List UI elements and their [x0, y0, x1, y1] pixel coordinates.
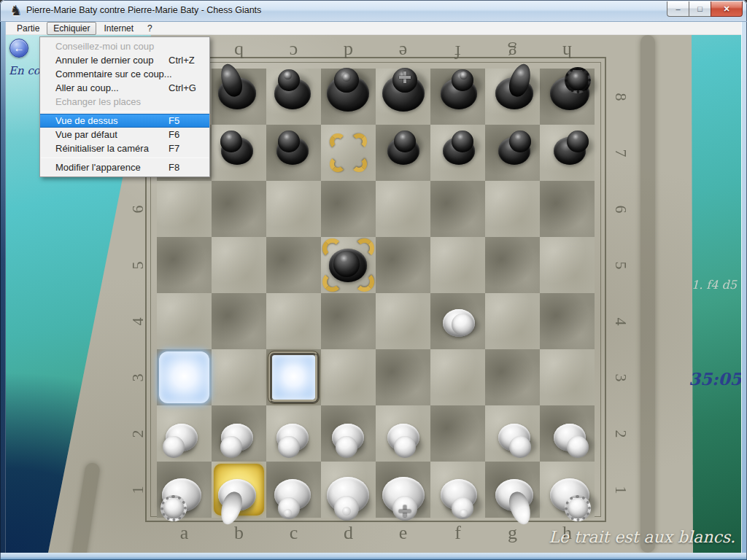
square-c4[interactable]	[266, 293, 321, 349]
menubar-item-?[interactable]: ?	[141, 22, 159, 35]
rank-label-left-1: 1	[128, 481, 147, 499]
move-list: 1. f4 d5	[692, 278, 737, 292]
square-b4[interactable]	[212, 293, 266, 349]
rank-label-right-6: 6	[611, 200, 630, 219]
square-d4[interactable]	[321, 293, 376, 349]
rank-label-right-2: 2	[611, 424, 630, 443]
pawn-head	[163, 436, 185, 458]
menu-item-r-initialiser-la-cam-ra[interactable]: Réinitialiser la caméraF7	[40, 141, 209, 155]
piece-white-pawn-a2[interactable]	[157, 405, 212, 462]
maximize-button[interactable]: □	[689, 1, 711, 17]
piece-white-pawn-f4[interactable]	[430, 293, 485, 349]
pawn-head	[333, 251, 360, 277]
menu-item-modifier-l-apparence[interactable]: Modifier l'apparenceF8	[40, 160, 209, 174]
menu-item-shortcut: Ctrl+G	[169, 81, 196, 95]
square-h3[interactable]	[540, 349, 595, 405]
echiquier-menu: Conseillez-moi un coupAnnuler le dernier…	[39, 36, 210, 177]
square-d7[interactable]	[321, 125, 376, 181]
piece-black-knight-g8[interactable]	[485, 69, 540, 125]
rank-label-right-8: 8	[611, 88, 630, 106]
rank-label-left-3: 3	[128, 368, 147, 387]
piece-white-queen-d1[interactable]	[321, 462, 376, 518]
piece-white-knight-b1[interactable]	[212, 462, 266, 518]
square-h6[interactable]	[540, 181, 595, 237]
piece-white-pawn-g2[interactable]	[485, 405, 540, 462]
square-h4[interactable]	[540, 293, 595, 349]
piece-black-bishop-f8[interactable]	[430, 69, 485, 125]
piece-black-pawn-f7[interactable]	[430, 125, 485, 181]
square-f3[interactable]	[430, 349, 485, 405]
pawn-head	[336, 436, 357, 458]
menu-item-label: Echanger les places	[55, 96, 141, 107]
menu-item-commentaire-sur-ce-coup[interactable]: Commentaire sur ce coup...	[40, 67, 209, 81]
piece-black-pawn-d5[interactable]	[321, 237, 376, 293]
close-button[interactable]: ✕	[711, 1, 743, 17]
menu-item-vue-par-d-faut[interactable]: Vue par défautF6	[40, 128, 209, 141]
piece-white-pawn-e2[interactable]	[376, 405, 430, 462]
piece-white-rook-h1[interactable]	[540, 462, 595, 518]
chess-giants-window: ♞ Pierre-Marie Baty contre Pierre-Marie …	[0, 0, 747, 560]
king-cross	[398, 71, 411, 84]
square-e6[interactable]	[376, 181, 430, 237]
square-a5[interactable]	[157, 237, 212, 293]
piece-black-rook-h8[interactable]	[540, 69, 595, 125]
minimize-button[interactable]: –	[667, 1, 689, 17]
square-b3[interactable]	[212, 349, 266, 405]
square-f2[interactable]	[430, 405, 485, 462]
menu-item-annuler-le-dernier-coup[interactable]: Annuler le dernier coupCtrl+Z	[40, 53, 209, 67]
piece-white-bishop-c1[interactable]	[266, 462, 321, 518]
square-g3[interactable]	[485, 349, 540, 405]
file-label-bottom-c: c	[266, 522, 321, 544]
piece-white-pawn-c2[interactable]	[266, 405, 321, 462]
menu-item-shortcut: F8	[169, 160, 179, 174]
table-groove-right	[640, 35, 655, 553]
piece-white-pawn-d2[interactable]	[321, 405, 376, 462]
square-a6[interactable]	[157, 181, 212, 237]
piece-white-pawn-b2[interactable]	[212, 405, 266, 462]
square-d6[interactable]	[321, 181, 376, 237]
menu-separator	[41, 158, 209, 158]
piece-black-pawn-b7[interactable]	[212, 125, 266, 181]
square-a4[interactable]	[157, 293, 212, 349]
square-f6[interactable]	[430, 181, 485, 237]
square-b5[interactable]	[212, 237, 266, 293]
piece-black-knight-b8[interactable]	[212, 69, 266, 125]
square-e3[interactable]	[376, 349, 430, 405]
piece-black-king-e8[interactable]	[376, 69, 430, 125]
square-b6[interactable]	[212, 181, 266, 237]
menubar-item-partie[interactable]: Partie	[10, 22, 46, 35]
piece-black-pawn-e7[interactable]	[376, 125, 430, 181]
bishop-tip	[284, 71, 292, 79]
square-h5[interactable]	[540, 237, 595, 293]
piece-white-knight-g1[interactable]	[485, 462, 540, 518]
square-g6[interactable]	[485, 181, 540, 237]
move-target-a3[interactable]	[159, 351, 209, 403]
piece-white-king-e1[interactable]	[376, 462, 430, 518]
file-label-top-g: g	[485, 41, 540, 63]
menubar-item-internet[interactable]: Internet	[97, 22, 140, 35]
square-e4[interactable]	[376, 293, 430, 349]
piece-black-pawn-g7[interactable]	[485, 125, 540, 181]
menu-item-vue-de-dessus[interactable]: Vue de dessusF5	[40, 114, 209, 128]
piece-white-bishop-f1[interactable]	[430, 462, 485, 518]
piece-white-pawn-h2[interactable]	[540, 405, 595, 462]
title-bar[interactable]: ♞ Pierre-Marie Baty contre Pierre-Marie …	[0, 0, 747, 22]
piece-black-pawn-c7[interactable]	[266, 125, 321, 181]
menubar-item-echiquier[interactable]: Echiquier	[47, 22, 96, 35]
square-c6[interactable]	[266, 181, 321, 237]
menu-item-aller-au-coup[interactable]: Aller au coup...Ctrl+G	[40, 81, 209, 95]
square-g5[interactable]	[485, 237, 540, 293]
square-f5[interactable]	[430, 237, 485, 293]
square-d3[interactable]	[321, 349, 376, 405]
back-button[interactable]: ←	[9, 39, 28, 58]
move-target-framed-c3[interactable]	[268, 351, 319, 403]
piece-black-bishop-c8[interactable]	[266, 69, 321, 125]
piece-black-queen-d8[interactable]	[321, 69, 376, 125]
piece-white-rook-a1[interactable]	[157, 462, 212, 518]
square-e5[interactable]	[376, 237, 430, 293]
square-g4[interactable]	[485, 293, 540, 349]
move-origin-marker-d7-corner-2	[351, 156, 367, 172]
square-c5[interactable]	[266, 237, 321, 293]
rank-label-left-4: 4	[128, 312, 147, 331]
piece-black-pawn-h7[interactable]	[540, 125, 595, 181]
